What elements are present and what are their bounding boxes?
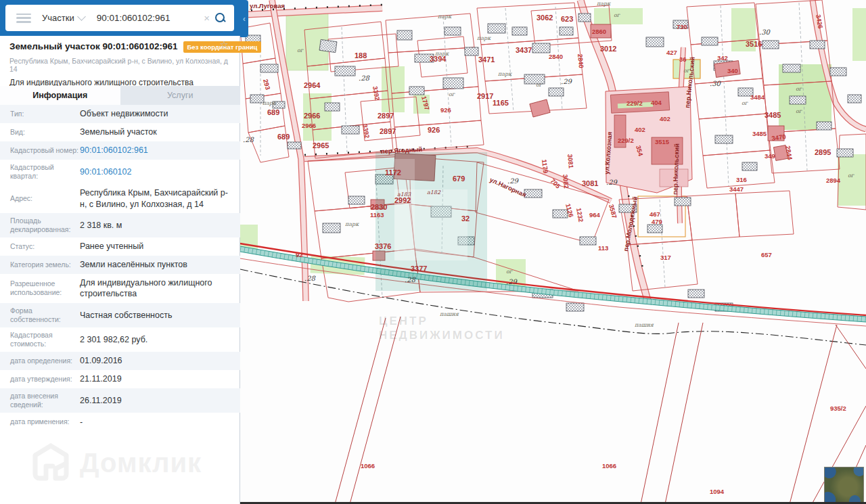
info-row: Статус:Ранее учтенный	[0, 237, 240, 256]
map-label-numlg: 689	[277, 133, 290, 141]
info-row-label: Категория земель:	[0, 260, 80, 269]
map-label-area: парк	[263, 100, 277, 106]
map-label-num: 3587	[608, 204, 618, 219]
info-row-value: 21.11.2019	[80, 373, 240, 384]
map-canvas[interactable]: ул.Луговаяпер.Ягодныйул.Нагорнаяул.Колхо…	[240, 0, 866, 504]
info-row-label: Вид:	[0, 128, 80, 137]
map-label-num: 1094	[710, 488, 725, 495]
domclick-watermark: Домклик	[31, 443, 202, 482]
chevron-down-icon	[77, 12, 86, 21]
map-label-num: 317	[660, 254, 671, 261]
map-label-num: 1066	[361, 462, 375, 469]
info-row-value: Земли населённых пунктов	[80, 259, 240, 270]
info-row-label: Кадастровый квартал:	[0, 163, 80, 181]
map-label-numlg: 3376	[375, 242, 391, 250]
canal	[240, 244, 866, 345]
object-address: Республика Крым, Бахчисарайский р-н, с В…	[9, 57, 231, 73]
map-label-area: ог	[506, 269, 513, 275]
info-row-value: 2 301 982,62 руб.	[80, 334, 240, 345]
info-row-value-link[interactable]: 90:01:060102:961	[80, 145, 240, 156]
info-row-value-link[interactable]: 90:01:060102	[80, 166, 240, 177]
info-row-label: Кадастровый номер:	[0, 146, 80, 155]
info-row-label: дата применения:	[0, 417, 80, 426]
map-label-area: ог	[848, 173, 854, 179]
info-row-label: Кадастровая стоимость:	[0, 331, 80, 348]
menu-icon[interactable]	[16, 14, 31, 23]
map-label-area: парк	[477, 35, 491, 41]
map-label-num: 479	[652, 218, 662, 225]
map-label-numlg: 1165	[493, 99, 509, 107]
info-row: Категория земель:Земли населённых пункто…	[0, 256, 240, 274]
map-label-num: 3081	[566, 154, 575, 169]
clear-search-icon[interactable]: ×	[199, 12, 214, 24]
map-label-numlg: 2917	[477, 92, 493, 100]
map-label-area: ог	[742, 100, 748, 106]
info-row-label: Тип:	[0, 110, 80, 118]
map-label-numlg: 3485	[765, 111, 781, 119]
info-row: дата утверждения:21.11.2019	[0, 370, 240, 388]
sidebar-panel: Участки × ‹ Земельный участок 90:01:0601…	[0, 0, 240, 504]
info-row-label: дата определения:	[0, 357, 80, 365]
map-label-numlg: 2897	[380, 127, 396, 135]
map-label-area: ог	[614, 12, 620, 18]
info-row-label: Площадь декларированная:	[0, 216, 80, 234]
info-row-value: Для индивидуального жилищного строительс…	[80, 277, 240, 300]
info-row-value: -	[80, 417, 240, 428]
tab-services[interactable]: Услуги	[120, 86, 241, 105]
map-label-num: 3392	[371, 85, 382, 101]
search-bar: Участки ×	[0, 0, 240, 36]
map-label-elev: .28	[304, 275, 317, 282]
tab-information[interactable]: Информация	[0, 86, 120, 105]
map-label-numlg: 3516	[746, 40, 762, 48]
map-label-numlg: 2830	[371, 203, 387, 211]
search-input[interactable]	[95, 12, 200, 24]
map-label-numlg: 3437	[516, 46, 532, 54]
map-label-numlg: 2897	[378, 112, 394, 120]
info-row-value: Ранее учтенный	[80, 241, 240, 252]
map-label-numlg: 689	[267, 108, 279, 116]
info-row: дата применения:-	[0, 413, 240, 431]
map-label-num: 3447	[729, 185, 744, 193]
map-label-numlg: 3377	[411, 265, 427, 273]
map-label-numlg: 32	[461, 214, 470, 223]
map-label-bldg: а182	[427, 189, 441, 196]
map-label-numlg: 3471	[478, 55, 495, 64]
info-row-label: Адрес:	[0, 194, 80, 203]
minimap-satellite-toggle[interactable]	[824, 467, 864, 503]
map-label-numlg: 3062	[537, 14, 553, 22]
map-label-num: 92	[296, 251, 303, 258]
map-label-num: 935/2	[830, 405, 846, 412]
map-label-num: 349	[765, 152, 775, 160]
info-row-label: Форма собственности:	[0, 306, 80, 324]
info-row-label: дата внесения сведений:	[0, 392, 80, 409]
map-label-numlg: 926	[428, 126, 440, 134]
search-category-select[interactable]: Участки	[42, 13, 85, 23]
info-row-value: Земельный участок	[80, 127, 240, 137]
map-label-num: 316	[736, 176, 747, 183]
map-label-num: 3082	[562, 174, 570, 189]
info-row: дата определения:01.09.2016	[0, 352, 240, 370]
map-label-num: 2840	[576, 53, 585, 68]
sidebar-collapse-button[interactable]: ‹	[240, 0, 248, 37]
info-row: Вид:Земельный участок	[0, 123, 240, 141]
map-label-num: 964	[589, 211, 601, 219]
map-label-street: ул.Луговая	[250, 2, 285, 9]
info-row: Разрешенное использование:Для индивидуал…	[0, 274, 240, 303]
search-category-value: Участки	[42, 13, 74, 23]
map-label-num: 427	[666, 49, 677, 56]
object-header: Земельный участок 90:01:060102:961 Без к…	[0, 36, 240, 87]
search-box: Участки ×	[5, 5, 234, 31]
map-label-elev: .28	[405, 276, 417, 283]
map-label-num: 1066	[602, 462, 616, 469]
map-label-elev: .30	[759, 28, 771, 36]
map-label-num: 3515	[655, 138, 670, 145]
info-row-value: Республика Крым, Бахчисарайский р-н, с В…	[80, 187, 240, 210]
info-row-value: 26.11.2019	[80, 395, 240, 406]
favorite-star-icon[interactable]: ☆	[220, 39, 229, 51]
search-icon[interactable]	[214, 12, 226, 24]
info-row-label: Разрешенное использование:	[0, 279, 80, 297]
cadastral-map-app: ул.Луговаяпер.Ягодныйул.Нагорнаяул.Колхо…	[0, 0, 866, 504]
map-label-num: 229/2	[626, 99, 643, 107]
map-svg: ул.Луговаяпер.Ягодныйул.Нагорнаяул.Колхо…	[240, 0, 866, 504]
tab-bar: Информация Услуги	[0, 86, 240, 105]
